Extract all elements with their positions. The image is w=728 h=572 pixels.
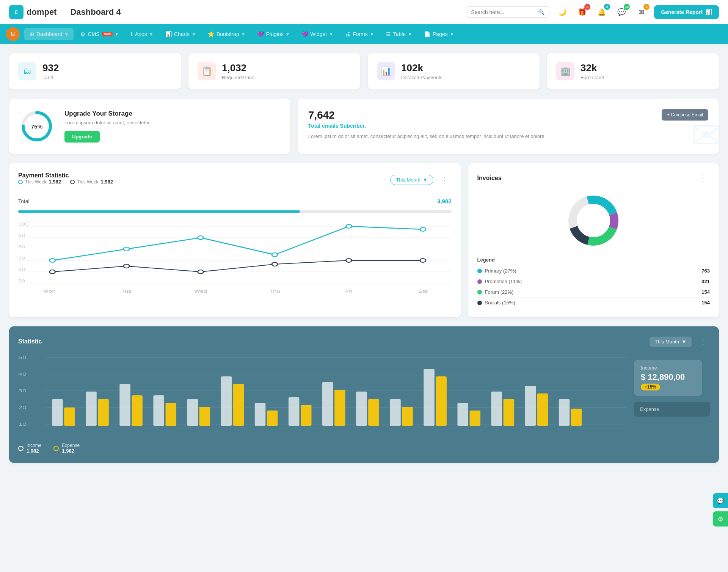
svg-rect-56 — [187, 399, 198, 426]
sidebar-item-widget[interactable]: 💜 Widget ▼ — [297, 28, 338, 40]
sidebar-item-plugins[interactable]: 💜 Plugins ▼ — [252, 28, 295, 40]
forms-caret: ▼ — [370, 32, 374, 36]
svg-rect-50 — [86, 392, 97, 426]
payment-line-chart: 100 90 80 70 60 50 — [18, 219, 452, 295]
header-icons: 🌙 🎁 2 🔔 2 💬 12 ✉ 5 Generate Report 📊 — [555, 5, 719, 19]
promotion-value: 321 — [701, 279, 710, 284]
payment-title: Payment Statistic — [18, 172, 113, 179]
statistic-month-label: This Month — [655, 339, 679, 345]
search-icon: 🔍 — [538, 9, 544, 15]
promotion-color-dot — [477, 279, 482, 284]
svg-rect-55 — [166, 403, 177, 426]
svg-point-21 — [124, 264, 129, 268]
apps-icon: ℹ — [131, 31, 133, 37]
payment-more-options-btn[interactable]: ⋮ — [438, 174, 452, 186]
this-month-label: This Month — [396, 177, 420, 183]
charts-icon: 📊 — [165, 31, 172, 37]
primary-label: Primary (27%) — [485, 268, 516, 274]
svg-rect-69 — [402, 407, 413, 426]
svg-text:80: 80 — [18, 244, 25, 249]
stat-card-force-tariff: 🏢 32k Force tariff — [547, 53, 719, 89]
storage-card: 75% Upgrade Your Storage Lorem ipsum dol… — [9, 99, 290, 154]
this-month-filter-btn[interactable]: This Month ▼ — [390, 175, 433, 185]
svg-text:60: 60 — [18, 267, 25, 272]
gift-icon-btn[interactable]: 🎁 2 — [575, 5, 589, 19]
bootstrap-caret: ▼ — [242, 32, 245, 36]
payment-card: Payment Statistic This Week 1,982 This W… — [9, 163, 461, 317]
legend-dot-1 — [18, 180, 23, 184]
svg-text:Tue: Tue — [121, 289, 132, 294]
svg-text:30: 30 — [18, 389, 27, 393]
svg-text:20: 20 — [18, 405, 27, 410]
sidebar-item-dashboard[interactable]: ⊞ Dashboard ▼ — [24, 28, 74, 40]
theme-toggle-btn[interactable]: 🌙 — [555, 5, 569, 19]
sidebar-item-charts[interactable]: 📊 Charts ▼ — [160, 28, 201, 40]
charts-caret: ▼ — [192, 32, 196, 36]
message-icon-btn[interactable]: ✉ 5 — [634, 5, 648, 19]
income-tooltip-label: Income — [641, 365, 695, 371]
storage-progress-circle: 75% — [20, 109, 54, 143]
svg-rect-48 — [52, 399, 63, 426]
search-input[interactable] — [471, 9, 535, 15]
svg-rect-71 — [436, 376, 447, 426]
svg-point-15 — [124, 247, 129, 251]
upgrade-button[interactable]: Upgrade — [64, 131, 100, 143]
plugins-icon: 💜 — [257, 31, 264, 37]
generate-report-label: Generate Report — [661, 9, 703, 15]
table-caret: ▼ — [408, 32, 412, 36]
sidebar-item-pages[interactable]: 📄 Pages ▼ — [419, 28, 459, 40]
svg-rect-76 — [525, 386, 536, 426]
svg-rect-49 — [64, 407, 75, 426]
sidebar-item-forms[interactable]: 🖨 Forms ▼ — [340, 28, 379, 40]
mid-row: 75% Upgrade Your Storage Lorem ipsum dol… — [9, 99, 719, 154]
navbar: U ⊞ Dashboard ▼ ⚙ CMS New ▼ ℹ Apps ▼ 📊 C… — [0, 24, 728, 44]
bell-icon-btn[interactable]: 🔔 2 — [595, 5, 609, 19]
svg-point-19 — [420, 227, 426, 231]
svg-rect-67 — [368, 399, 379, 426]
total-label: Total — [18, 198, 30, 204]
required-price-value: 1,032 — [222, 62, 254, 74]
forms-icon: 🖨 — [345, 31, 350, 37]
payment-header-right: This Month ▼ ⋮ — [390, 174, 451, 186]
legend-item-forum: Forum (22%) 154 — [477, 287, 710, 298]
chat-badge: 12 — [624, 4, 630, 10]
email-description: Lorem ipsum dolor sit amet, consectetur … — [308, 133, 588, 139]
statistic-this-month-btn[interactable]: This Month ▼ — [650, 337, 692, 347]
invoices-title: Invoices — [477, 175, 502, 182]
stat-card-force-tariff-info: 32k Force tariff — [581, 62, 604, 80]
detailed-payments-icon: 📊 — [377, 62, 395, 80]
logo-icon: c — [9, 5, 24, 19]
statistic-bar-chart: 50 40 30 20 10 — [18, 354, 626, 437]
chat-icon-btn[interactable]: 💬 12 — [615, 5, 628, 19]
svg-rect-74 — [491, 392, 502, 426]
bootstrap-icon: ⭐ — [208, 31, 214, 37]
detailed-payments-label: Detalled Payments — [401, 75, 442, 80]
payment-header: Payment Statistic This Week 1,982 This W… — [18, 172, 452, 188]
email-count: 7,642 — [308, 109, 366, 121]
forum-label: Forum (22%) — [485, 289, 514, 295]
statistic-legend-row: Income 1,982 Expense 1,982 — [18, 443, 626, 454]
svg-text:Thu: Thu — [269, 289, 280, 294]
cms-badge: New — [102, 32, 113, 36]
email-card-top: 7,642 Total emails Subcriber. + Compose … — [308, 109, 708, 129]
svg-point-22 — [198, 270, 204, 274]
generate-report-button[interactable]: Generate Report 📊 — [654, 5, 719, 19]
svg-point-25 — [420, 259, 426, 262]
email-bg-icon: ✉ — [691, 113, 719, 154]
sidebar-item-table[interactable]: ☰ Table ▼ — [381, 28, 417, 40]
legend-title: Legend — [477, 257, 710, 263]
socials-color-dot — [477, 301, 482, 305]
required-price-icon: 📋 — [198, 62, 216, 80]
primary-color-dot — [477, 269, 482, 273]
search-box[interactable]: 🔍 — [466, 6, 549, 18]
sidebar-item-bootstrap[interactable]: ⭐ Bootstrap ▼ — [202, 28, 251, 40]
total-val: 3,982 — [437, 198, 452, 204]
invoices-more-options-btn[interactable]: ⋮ — [696, 172, 710, 184]
expense-legend-val: 1,982 — [62, 448, 80, 454]
payment-header-left: Payment Statistic This Week 1,982 This W… — [18, 172, 113, 188]
svg-rect-68 — [390, 399, 401, 426]
income-legend-dot — [18, 446, 24, 451]
sidebar-item-apps[interactable]: ℹ Apps ▼ — [126, 28, 158, 40]
statistic-more-options-btn[interactable]: ⋮ — [696, 335, 710, 348]
sidebar-item-cms[interactable]: ⚙ CMS New ▼ — [75, 28, 124, 40]
